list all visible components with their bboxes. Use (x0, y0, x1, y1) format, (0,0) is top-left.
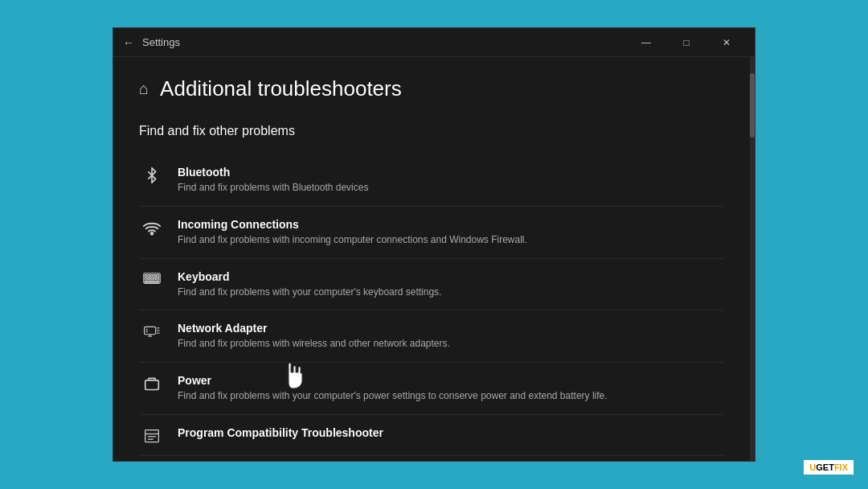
power-icon (139, 376, 165, 392)
keyboard-name: Keyboard (178, 270, 724, 283)
svg-rect-3 (148, 274, 149, 276)
incoming-connections-icon (139, 220, 165, 236)
main-content: ⌂ Additional troubleshooters Find and fi… (113, 57, 750, 461)
svg-rect-8 (148, 277, 149, 279)
section-title: Find and fix other problems (139, 124, 724, 138)
page-title: Additional troubleshooters (160, 76, 402, 101)
troubleshooter-item-power[interactable]: Power Find and fix problems with your co… (139, 363, 724, 415)
bluetooth-icon (139, 167, 165, 183)
svg-rect-9 (151, 277, 153, 279)
troubleshooter-item-bluetooth[interactable]: Bluetooth Find and fix problems with Blu… (139, 154, 724, 207)
program-compatibility-text: Program Compatibility Troubleshooter (178, 426, 724, 442)
troubleshooter-item-network-adapter[interactable]: Network Adapter Find and fix problems wi… (139, 310, 724, 363)
svg-rect-2 (145, 274, 146, 276)
home-icon[interactable]: ⌂ (139, 80, 149, 98)
troubleshooter-item-keyboard[interactable]: Keyboard Find and fix problems with your… (139, 259, 724, 311)
incoming-connections-text: Incoming Connections Find and fix proble… (178, 218, 724, 247)
close-button[interactable]: ✕ (708, 31, 745, 55)
keyboard-desc: Find and fix problems with your computer… (178, 286, 724, 299)
svg-rect-14 (156, 281, 159, 282)
program-compatibility-name: Program Compatibility Troubleshooter (178, 426, 724, 439)
svg-rect-4 (150, 274, 152, 276)
network-adapter-text: Network Adapter Find and fix problems wi… (178, 322, 724, 351)
network-adapter-icon (139, 323, 165, 338)
bluetooth-name: Bluetooth (178, 166, 724, 179)
svg-rect-6 (157, 274, 159, 276)
minimize-button[interactable]: — (628, 31, 665, 55)
svg-rect-7 (145, 277, 147, 279)
page-header: ⌂ Additional troubleshooters (139, 76, 724, 101)
incoming-connections-name: Incoming Connections (178, 218, 724, 231)
ugetfix-badge: UGETFIX (804, 460, 854, 475)
network-adapter-name: Network Adapter (178, 322, 724, 335)
troubleshooter-item-incoming-connections[interactable]: Incoming Connections Find and fix proble… (139, 207, 724, 259)
back-button[interactable]: ← (123, 36, 134, 49)
keyboard-icon (139, 272, 165, 285)
svg-rect-24 (145, 380, 159, 390)
power-name: Power (178, 374, 724, 387)
troubleshooter-list: Bluetooth Find and fix problems with Blu… (139, 154, 724, 456)
maximize-button[interactable]: □ (668, 31, 705, 55)
title-bar: ← Settings — □ ✕ (113, 28, 755, 57)
svg-rect-13 (149, 281, 154, 282)
troubleshooter-item-program-compatibility[interactable]: Program Compatibility Troubleshooter (139, 415, 724, 456)
svg-rect-10 (154, 277, 155, 279)
content-area: ⌂ Additional troubleshooters Find and fi… (113, 57, 755, 461)
scrollbar[interactable] (750, 57, 755, 461)
svg-rect-5 (154, 274, 155, 276)
bluetooth-desc: Find and fix problems with Bluetooth dev… (178, 181, 724, 195)
network-adapter-desc: Find and fix problems with wireless and … (178, 337, 724, 351)
program-compatibility-icon (139, 428, 165, 444)
scrollbar-thumb[interactable] (750, 73, 755, 138)
power-text: Power Find and fix problems with your co… (178, 374, 724, 403)
svg-point-0 (151, 232, 154, 235)
window-title: Settings (142, 36, 628, 48)
power-desc: Find and fix problems with your computer… (178, 389, 724, 403)
svg-rect-12 (145, 281, 148, 282)
svg-rect-15 (145, 327, 156, 335)
window-controls: — □ ✕ (628, 31, 745, 55)
bluetooth-text: Bluetooth Find and fix problems with Blu… (178, 166, 724, 195)
svg-rect-11 (157, 277, 159, 279)
settings-window: ← Settings — □ ✕ ⌂ Additional troublesho… (113, 27, 755, 462)
incoming-connections-desc: Find and fix problems with incoming comp… (178, 233, 724, 247)
keyboard-text: Keyboard Find and fix problems with your… (178, 270, 724, 299)
svg-rect-28 (145, 429, 159, 442)
